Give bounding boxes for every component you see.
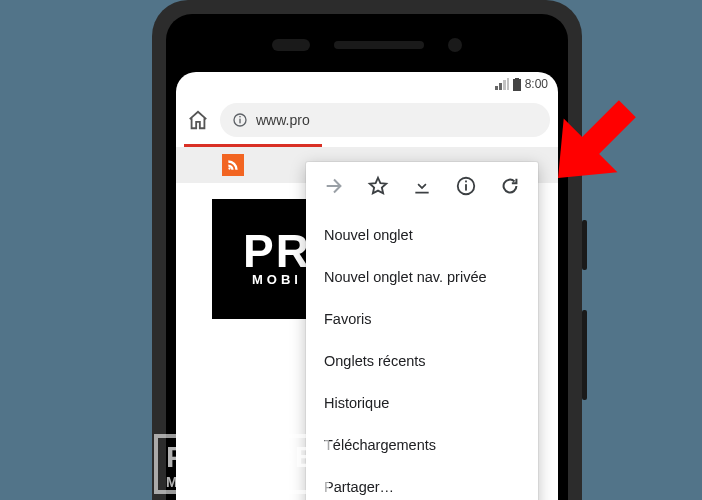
info-icon <box>232 112 248 128</box>
page-info-button[interactable] <box>452 172 480 200</box>
menu-icon-row <box>306 162 538 210</box>
download-button[interactable] <box>408 172 436 200</box>
home-icon <box>187 109 209 131</box>
svg-rect-5 <box>465 181 467 183</box>
reload-icon <box>499 175 521 197</box>
rss-icon[interactable] <box>222 154 244 176</box>
logo-line2: MOBI <box>252 272 302 287</box>
screen: 8:00 www.pro PR <box>176 72 558 500</box>
bookmark-button[interactable] <box>364 172 392 200</box>
home-button[interactable] <box>184 106 212 134</box>
status-bar: 8:00 <box>176 72 558 96</box>
svg-rect-4 <box>465 184 467 190</box>
star-icon <box>367 175 389 197</box>
logo-line1: PR <box>243 231 311 272</box>
phone-bezel: 8:00 www.pro PR <box>166 14 568 500</box>
svg-rect-2 <box>239 116 240 117</box>
url-text: www.pro <box>256 112 310 128</box>
menu-item-downloads[interactable]: Téléchargements <box>306 424 538 466</box>
clock: 8:00 <box>525 77 548 91</box>
side-button <box>582 220 587 270</box>
menu-item-share[interactable]: Partager… <box>306 466 538 500</box>
menu-item-history[interactable]: Historique <box>306 382 538 424</box>
menu-items: Nouvel onglet Nouvel onglet nav. privée … <box>306 210 538 500</box>
battery-icon <box>513 78 521 91</box>
forward-button[interactable] <box>320 172 348 200</box>
phone-frame: 8:00 www.pro PR <box>152 0 582 500</box>
menu-item-recent-tabs[interactable]: Onglets récents <box>306 340 538 382</box>
menu-item-new-tab[interactable]: Nouvel onglet <box>306 214 538 256</box>
menu-item-bookmarks[interactable]: Favoris <box>306 298 538 340</box>
side-button <box>582 310 587 400</box>
overflow-menu: Nouvel onglet Nouvel onglet nav. privée … <box>306 162 538 500</box>
url-bar[interactable]: www.pro <box>220 103 550 137</box>
arrow-right-icon <box>323 175 345 197</box>
menu-item-new-incognito-tab[interactable]: Nouvel onglet nav. privée <box>306 256 538 298</box>
reload-button[interactable] <box>496 172 524 200</box>
signal-icon <box>495 78 509 90</box>
browser-toolbar: www.pro <box>176 96 558 144</box>
info-icon <box>455 175 477 197</box>
svg-rect-1 <box>239 119 240 124</box>
phone-sensors <box>166 30 568 60</box>
download-icon <box>412 176 432 196</box>
